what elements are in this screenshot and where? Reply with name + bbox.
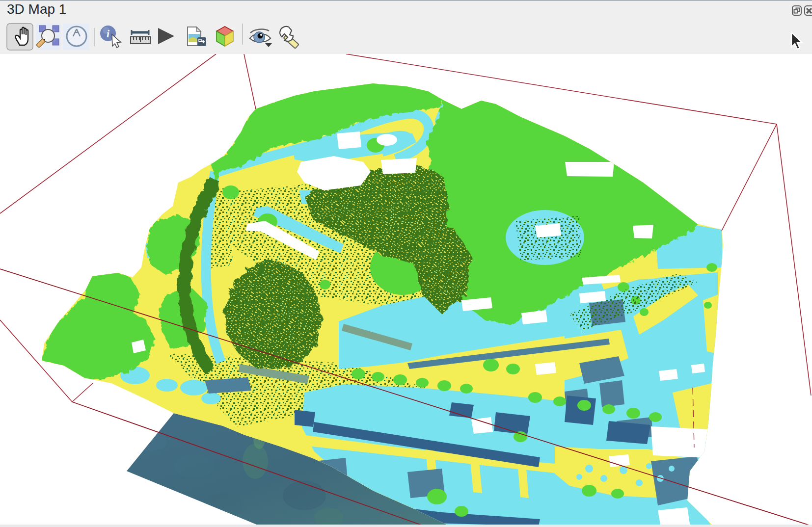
svg-text:i: i <box>107 27 110 40</box>
